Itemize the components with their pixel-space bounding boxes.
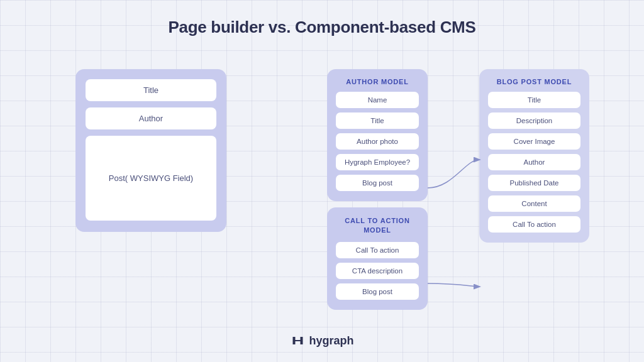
blog-field-content: Content	[488, 195, 580, 212]
author-field-photo: Author photo	[336, 133, 419, 150]
blog-post-model-title: BLOG POST MODEL	[488, 78, 580, 85]
logo-area: hygraph	[290, 333, 353, 348]
author-field-blogpost: Blog post	[336, 175, 419, 191]
cta-field-description: CTA description	[336, 263, 419, 279]
author-field-title: Title	[336, 112, 419, 129]
cta-model: CALL TO ACTION MODEL Call To action CTA …	[327, 207, 428, 310]
blog-post-model: BLOG POST MODEL Title Description Cover …	[479, 69, 589, 243]
blog-field-cta: Call To action	[488, 216, 580, 233]
page-builder-box: Title Author Post( WYSIWYG Field)	[75, 69, 226, 232]
author-model-title: AUTHOR MODEL	[336, 78, 419, 85]
cta-field-action: Call To action	[336, 242, 419, 258]
page-title: Page builder vs. Component-based CMS	[0, 0, 644, 37]
cta-field-blogpost: Blog post	[336, 283, 419, 300]
pb-author-field: Author	[86, 107, 216, 129]
blog-field-published-date: Published Date	[488, 175, 580, 191]
author-field-employee: Hygraph Employee?	[336, 154, 419, 170]
author-field-name: Name	[336, 92, 419, 108]
pb-title-field: Title	[86, 79, 216, 101]
cta-model-title: CALL TO ACTION MODEL	[336, 216, 419, 236]
blog-field-description: Description	[488, 112, 580, 129]
pb-wysiwyg-field: Post( WYSIWYG Field)	[86, 136, 216, 221]
blog-field-author: Author	[488, 154, 580, 170]
blog-field-cover-image: Cover Image	[488, 133, 580, 150]
logo-text: hygraph	[309, 334, 353, 348]
author-model: AUTHOR MODEL Name Title Author photo Hyg…	[327, 69, 428, 201]
hygraph-logo-icon	[290, 333, 305, 348]
blog-field-title: Title	[488, 92, 580, 108]
